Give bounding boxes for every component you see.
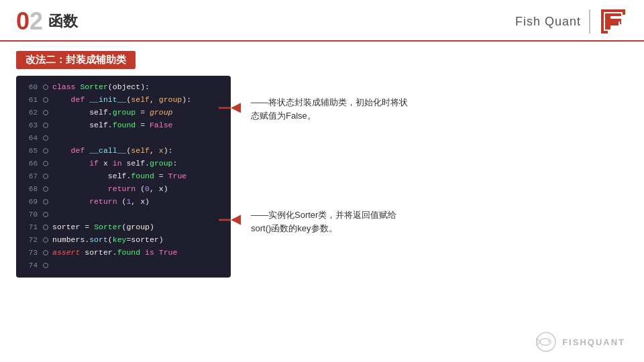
line-content-74 [52, 259, 57, 272]
line-content-70 [52, 208, 57, 221]
header-left: 02 函数 [16, 9, 78, 34]
line-num-69: 69 [21, 196, 38, 208]
line-dot-65 [43, 148, 48, 154]
code-line-60: 60 class Sorter(object): [16, 81, 231, 94]
code-line-69: 69 return (1, x) [16, 196, 231, 208]
line-content-65: def __call__(self, x): [52, 145, 172, 158]
line-dot-66 [43, 161, 48, 166]
line-num-61: 61 [21, 94, 38, 106]
page-header: 02 函数 Fish Quant [0, 0, 644, 42]
line-content-67: self.found = True [52, 170, 186, 183]
line-dot-61 [43, 97, 48, 103]
footer-brand-text: FISHQUANT [562, 337, 625, 347]
annotation-1-text: ——将状态封装成辅助类，初始化时将状态赋值为False。 [251, 97, 408, 121]
line-content-66: if x in self.group: [52, 158, 177, 170]
line-num-66: 66 [21, 158, 38, 170]
brand-logo-icon [598, 7, 628, 36]
line-dot-60 [43, 84, 48, 90]
code-line-63: 63 self.found = False [16, 119, 231, 132]
line-num-74: 74 [21, 259, 38, 272]
line-dot-67 [43, 174, 48, 179]
header-right: Fish Quant [515, 7, 628, 36]
code-line-61: 61 def __init__(self, group): [16, 94, 231, 107]
line-num-68: 68 [21, 183, 38, 195]
line-dot-74 [43, 263, 48, 268]
line-num-73: 73 [21, 247, 38, 259]
section-label: 改法二：封装成辅助类 [0, 42, 644, 76]
line-dot-64 [43, 135, 48, 141]
line-num-64: 64 [21, 132, 38, 144]
line-content-72: numbers.sort(key=sorter) [52, 234, 164, 247]
code-block: 60 class Sorter(object): 61 def __init__… [16, 76, 231, 278]
section-number: 02 [16, 9, 43, 34]
annotation-2-text: ——实例化Sorter类，并将返回值赋给sort()函数的key参数。 [251, 210, 396, 233]
line-dot-62 [43, 110, 48, 115]
section-label-text: 改法二：封装成辅助类 [16, 51, 136, 69]
code-line-65: 65 def __call__(self, x): [16, 145, 231, 158]
line-num-70: 70 [21, 208, 38, 221]
line-num-63: 63 [21, 119, 38, 131]
code-line-73: 73 assert sorter.found is True [16, 247, 231, 259]
line-num-67: 67 [21, 170, 38, 182]
line-num-71: 71 [21, 221, 38, 233]
line-num-65: 65 [21, 145, 38, 157]
code-line-72: 72 numbers.sort(key=sorter) [16, 234, 231, 247]
brand-name: Fish Quant [515, 15, 581, 29]
line-content-69: return (1, x) [52, 196, 150, 208]
page-title: 函数 [48, 11, 78, 32]
line-dot-63 [43, 123, 48, 128]
line-num-72: 72 [21, 234, 38, 246]
line-num-62: 62 [21, 107, 38, 119]
page-footer: FISHQUANT [535, 331, 625, 353]
footer-fish-icon [535, 331, 557, 353]
line-dot-71 [43, 225, 48, 230]
line-content-68: return (0, x) [52, 183, 168, 196]
line-content-63: self.found = False [52, 119, 172, 132]
line-dot-68 [43, 186, 48, 192]
annotation-1: ——将状态封装成辅助类，初始化时将状态赋值为False。 [251, 96, 412, 122]
code-line-67: 67 self.found = True [16, 170, 231, 183]
main-content: 60 class Sorter(object): 61 def __init__… [0, 76, 644, 278]
line-content-61: def __init__(self, group): [52, 94, 191, 107]
code-line-70: 70 [16, 208, 231, 221]
line-content-71: sorter = Sorter(group) [52, 221, 154, 234]
line-num-60: 60 [21, 81, 38, 93]
code-line-66: 66 if x in self.group: [16, 158, 231, 170]
line-content-64 [52, 132, 57, 145]
line-dot-73 [43, 250, 48, 255]
line-content-73: assert sorter.found is True [52, 247, 177, 259]
annotation-2: ——实例化Sorter类，并将返回值赋给sort()函数的key参数。 [251, 208, 412, 235]
line-content-62: self.group = group [52, 107, 172, 119]
code-line-68: 68 return (0, x) [16, 183, 231, 196]
code-line-62: 62 self.group = group [16, 107, 231, 119]
brand-divider [589, 9, 590, 34]
annotations-panel: ——将状态封装成辅助类，初始化时将状态赋值为False。 ——实例化Sorter… [244, 76, 628, 278]
svg-point-9 [548, 341, 549, 342]
code-line-74: 74 [16, 259, 231, 272]
line-content-60: class Sorter(object): [52, 81, 150, 94]
line-dot-69 [43, 199, 48, 204]
code-line-64: 64 [16, 132, 231, 145]
code-line-71: 71 sorter = Sorter(group) [16, 221, 231, 234]
line-dot-72 [43, 237, 48, 243]
line-dot-70 [43, 212, 48, 217]
